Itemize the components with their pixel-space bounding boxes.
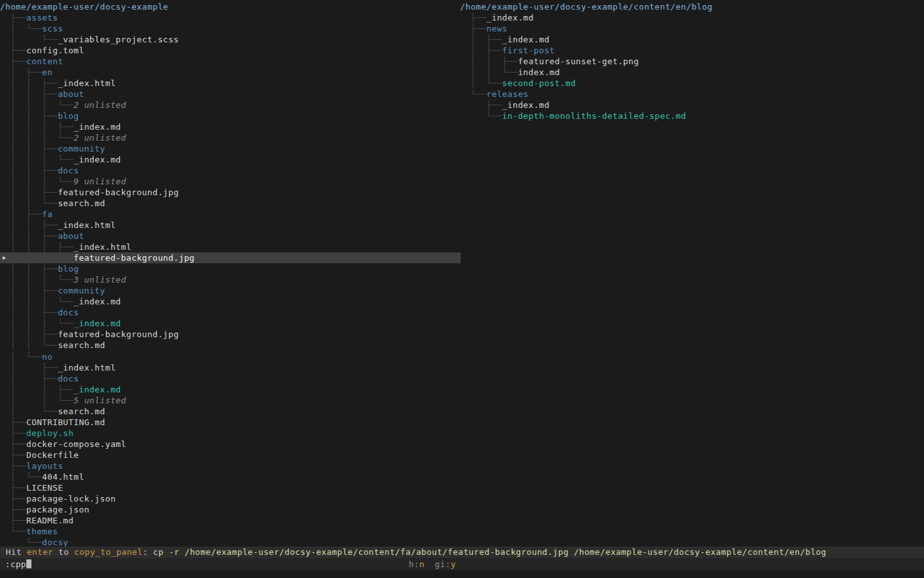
- tree-branch-lines: │ │ ├──: [0, 111, 58, 121]
- file-name: package.json: [26, 505, 89, 514]
- tree-row-dir[interactable]: ├──news: [460, 23, 923, 34]
- tree-row[interactable]: │ └──_variables_project.scss: [0, 34, 461, 45]
- tree-row[interactable]: │ │ └──index.md: [460, 67, 923, 78]
- file-name: second-post.md: [502, 78, 576, 88]
- dir-name: docs: [58, 166, 79, 175]
- tree-row[interactable]: │ │ │ ├──_index.md: [0, 121, 461, 132]
- tree-row[interactable]: │ │ ├──_index.md: [0, 384, 461, 395]
- dir-name: docs: [58, 374, 79, 383]
- tree-row-dir[interactable]: └──docsy: [0, 537, 461, 547]
- tree-row[interactable]: │ │ └──search.md: [0, 340, 461, 351]
- tree-branch-lines: │ ├──: [0, 209, 42, 219]
- file-name: README.md: [26, 516, 74, 525]
- tree-row-dir[interactable]: ├──layouts: [0, 460, 461, 471]
- root-path: /home/example-user/docsy-example/content…: [460, 2, 712, 12]
- tree-row-dir[interactable]: │ │ ├──blog: [0, 263, 461, 274]
- tree-row[interactable]: │ │ │ └──2 unlisted: [0, 100, 461, 110]
- file-name: _index.html: [58, 363, 116, 372]
- tree-row[interactable]: │ │ │ └──9 unlisted: [0, 176, 461, 187]
- tree-row[interactable]: │ │ │ ├──_index.html: [0, 241, 461, 252]
- tree-row-dir[interactable]: └──themes: [0, 526, 461, 537]
- tree-row-dir[interactable]: │ │ ├──community: [0, 285, 461, 296]
- tree-row[interactable]: │ │ │ └──3 unlisted: [0, 274, 461, 285]
- tree-row-dir[interactable]: │ └──scss: [0, 23, 461, 34]
- tree-row[interactable]: │ │ ├──_index.html: [0, 220, 461, 231]
- tree-row[interactable]: │ │ │ └──_index.md: [0, 318, 461, 329]
- tree-row[interactable]: │ │ ├──_index.html: [0, 78, 461, 89]
- tree-row[interactable]: │ │ ├──featured-background.jpg: [0, 187, 461, 198]
- tree-row[interactable]: │ │ └──search.md: [0, 198, 461, 209]
- tree-row-dir[interactable]: ├──assets: [0, 12, 461, 23]
- tree-root-row[interactable]: /home/example-user/docsy-example: [0, 1, 461, 12]
- tree-row-dir[interactable]: │ ├──first-post: [460, 45, 923, 56]
- tree-row[interactable]: │ │ ├──featured-sunset-get.png: [460, 56, 923, 67]
- tree-row-dir[interactable]: │ │ ├──blog: [0, 110, 461, 121]
- tree-row-dir[interactable]: │ │ ├──about: [0, 89, 461, 100]
- tree-row-dir[interactable]: └──releases: [460, 89, 923, 100]
- tree-row[interactable]: ├──Dockerfile: [0, 450, 461, 460]
- tree-branch-lines: ├──: [460, 13, 486, 22]
- file-name: _index.md: [74, 385, 121, 394]
- dir-name: assets: [26, 13, 58, 22]
- tree-row[interactable]: ├──README.md: [0, 515, 461, 526]
- tree-branch-lines: │ ├──: [0, 374, 58, 383]
- tree-row[interactable]: │ │ ├──featured-background.jpg: [0, 329, 461, 340]
- tree-row[interactable]: │ │ │ └──2 unlisted: [0, 132, 461, 143]
- tree-row[interactable]: ├──package-lock.json: [0, 493, 461, 504]
- tree-branch-lines: │ ├──: [0, 363, 58, 372]
- tree-branch-lines: │ │ ├──: [0, 308, 58, 317]
- tree-branch-lines: │ │ ├──: [0, 286, 58, 295]
- tree-row-dir[interactable]: │ │ ├──docs: [0, 307, 461, 318]
- tree-branch-lines: │ ├──: [460, 46, 502, 55]
- file-name: CONTRIBUTING.md: [26, 417, 105, 427]
- tree-root-row[interactable]: /home/example-user/docsy-example/content…: [460, 1, 923, 12]
- tree-branch-lines: │ │ │ └──: [0, 297, 74, 306]
- tree-row[interactable]: │ ├──_index.html: [0, 362, 461, 373]
- tree-row-dir[interactable]: │ ├──docs: [0, 373, 461, 384]
- tree-row-dir[interactable]: │ │ ├──about: [0, 231, 461, 241]
- tree-branch-lines: │ └──: [0, 35, 58, 44]
- tree-row[interactable]: ├──LICENSE: [0, 482, 461, 493]
- tree-row[interactable]: ▶ │ │ │ └──featured-background.jpg: [0, 252, 461, 263]
- tree-branch-lines: ├──: [460, 24, 486, 33]
- gitignore-flag[interactable]: gi:y: [435, 559, 456, 569]
- tree-row[interactable]: │ └──second-post.md: [460, 78, 923, 89]
- status-hit-text: Hit: [6, 547, 27, 557]
- tree-branch-lines: │ └──: [0, 472, 42, 482]
- tree-row-dir[interactable]: ├──content: [0, 56, 461, 67]
- tree-row[interactable]: ├──CONTRIBUTING.md: [0, 417, 461, 428]
- dir-name: about: [58, 89, 84, 99]
- tree-row[interactable]: ├──docker-compose.yaml: [0, 439, 461, 450]
- tree-row[interactable]: │ ├──_index.md: [460, 34, 923, 45]
- tree-row-dir[interactable]: │ └──no: [0, 351, 461, 362]
- tree-branch-lines: │ │ ├──: [460, 57, 518, 66]
- tree-row[interactable]: ├──_index.md: [460, 100, 923, 110]
- tree-row[interactable]: │ └──404.html: [0, 471, 461, 482]
- file-name: _index.md: [486, 13, 534, 22]
- unlisted-count: 2 unlisted: [74, 100, 126, 110]
- tree-branch-lines: ├──: [0, 13, 26, 22]
- tree-row-dir[interactable]: │ ├──en: [0, 67, 461, 78]
- file-name: in-depth-monoliths-detailed-spec.md: [502, 111, 687, 121]
- gitignore-flag-value: y: [450, 559, 456, 569]
- gitignore-flag-label: gi:: [435, 559, 451, 569]
- tree-row[interactable]: ├──_index.md: [460, 12, 923, 23]
- tree-row[interactable]: │ │ │ └──_index.md: [0, 296, 461, 307]
- tree-row[interactable]: ├──deploy.sh: [0, 428, 461, 439]
- tree-row[interactable]: ├──package.json: [0, 504, 461, 515]
- hidden-flag[interactable]: h:n: [409, 559, 425, 569]
- tree-row-dir[interactable]: │ ├──fa: [0, 209, 461, 220]
- tree-row[interactable]: │ │ │ └──_index.md: [0, 154, 461, 165]
- tree-row[interactable]: │ └──search.md: [0, 406, 461, 417]
- tree-branch-lines: │ │ │ └──: [0, 177, 74, 186]
- file-name: _index.md: [74, 297, 121, 306]
- tree-row[interactable]: │ │ └──5 unlisted: [0, 395, 461, 406]
- tree-row-dir[interactable]: │ │ ├──docs: [0, 165, 461, 176]
- command-input[interactable]: :cpp: [0, 558, 924, 570]
- tree-branch-lines: │ │ ├──: [0, 89, 58, 99]
- right-panel-tree: /home/example-user/docsy-example/content…: [460, 0, 923, 547]
- tree-row[interactable]: └──in-depth-monoliths-detailed-spec.md: [460, 110, 923, 121]
- tree-row[interactable]: ├──config.toml: [0, 45, 461, 56]
- tree-row-dir[interactable]: │ │ ├──community: [0, 143, 461, 154]
- selection-arrow-icon: ▶: [3, 252, 6, 263]
